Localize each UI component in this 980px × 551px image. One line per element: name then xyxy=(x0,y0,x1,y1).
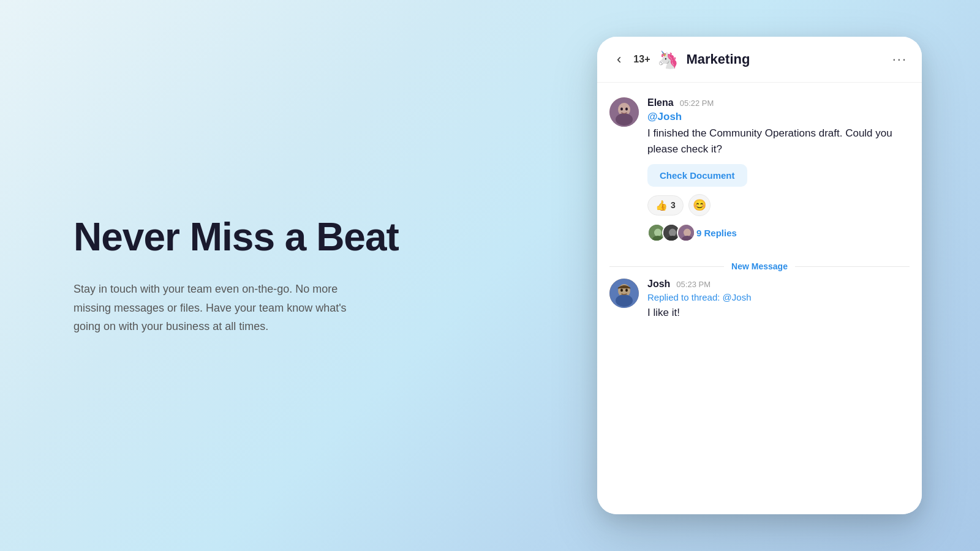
replies-link[interactable]: 9 Replies xyxy=(696,228,737,238)
thumbs-up-emoji: 👍 xyxy=(655,200,668,211)
channel-name: Marketing xyxy=(686,51,884,67)
reaction-row: 👍 3 😊 xyxy=(647,194,910,216)
avatar-elena xyxy=(609,97,639,127)
add-reaction-icon: 😊 xyxy=(693,198,706,212)
reply-avatars xyxy=(647,223,692,242)
member-count: 13+ xyxy=(633,54,650,65)
replied-to-text: Replied to thread: xyxy=(647,292,720,302)
josh-replied-to: Replied to thread: @Josh xyxy=(647,292,910,302)
check-document-button[interactable]: Check Document xyxy=(647,164,747,187)
reply-avatar-3 xyxy=(677,223,695,242)
phone-mockup-container: ‹ 13+ 🦄 Marketing ··· xyxy=(588,24,931,527)
hero-title: Never Miss a Beat xyxy=(74,215,539,260)
josh-message-text: I like it! xyxy=(647,305,910,321)
josh-sender-name: Josh xyxy=(647,279,670,290)
svg-point-16 xyxy=(616,294,633,307)
josh-timestamp: 05:23 PM xyxy=(676,280,710,289)
elena-message-meta: Elena 05:22 PM xyxy=(647,97,910,108)
divider-line-right xyxy=(795,266,910,267)
elena-message-content: Elena 05:22 PM @Josh I finished the Comm… xyxy=(647,97,910,242)
elena-mention: @Josh xyxy=(647,111,910,123)
josh-message-meta: Josh 05:23 PM xyxy=(647,279,910,290)
svg-point-4 xyxy=(625,108,628,111)
josh-message-content: Josh 05:23 PM Replied to thread: @Josh I… xyxy=(647,279,910,328)
channel-emoji: 🦄 xyxy=(657,50,679,70)
thumbs-up-reaction[interactable]: 👍 3 xyxy=(647,195,684,216)
new-message-label: New Message xyxy=(731,261,788,271)
back-button[interactable]: ‹ xyxy=(612,49,626,70)
svg-point-2 xyxy=(616,113,633,126)
elena-sender-name: Elena xyxy=(647,97,674,108)
replied-to-mention: @Josh xyxy=(723,292,752,302)
chat-header: ‹ 13+ 🦄 Marketing ··· xyxy=(597,37,922,83)
hero-subtitle: Stay in touch with your team even on-the… xyxy=(74,280,368,336)
svg-point-3 xyxy=(620,108,623,111)
reaction-count: 3 xyxy=(671,200,676,210)
reply-row: 9 Replies xyxy=(647,223,910,242)
svg-point-17 xyxy=(620,289,623,292)
svg-point-9 xyxy=(669,229,676,237)
message-elena: Elena 05:22 PM @Josh I finished the Comm… xyxy=(597,97,922,254)
elena-timestamp: 05:22 PM xyxy=(680,99,714,108)
more-options-button[interactable]: ··· xyxy=(892,51,907,67)
message-josh: Josh 05:23 PM Replied to thread: @Josh I… xyxy=(597,279,922,340)
new-message-divider: New Message xyxy=(597,257,922,276)
svg-point-18 xyxy=(625,289,628,292)
add-reaction-button[interactable]: 😊 xyxy=(688,194,710,216)
avatar-josh xyxy=(609,279,639,308)
chat-body: Elena 05:22 PM @Josh I finished the Comm… xyxy=(597,83,922,514)
phone-mockup: ‹ 13+ 🦄 Marketing ··· xyxy=(597,37,922,514)
divider-line-left xyxy=(609,266,724,267)
elena-message-text: I finished the Community Operations draf… xyxy=(647,126,910,157)
svg-point-6 xyxy=(654,229,662,237)
svg-point-12 xyxy=(684,229,691,237)
